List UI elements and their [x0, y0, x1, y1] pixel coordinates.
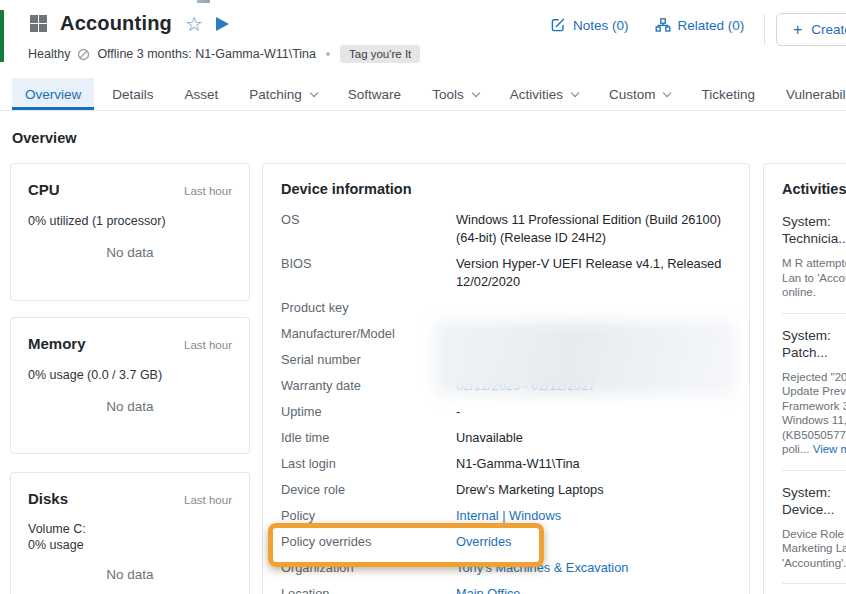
- device-tab-bar: Overview Details Asset Patching Software…: [0, 78, 846, 111]
- device-tag-chip[interactable]: Tag you're It: [340, 45, 420, 63]
- plus-icon: +: [793, 22, 802, 38]
- view-more-link[interactable]: View m...: [813, 443, 846, 455]
- tab-patching[interactable]: Patching: [236, 78, 330, 110]
- organization-link[interactable]: Tony's Machines & Excavation: [456, 559, 731, 577]
- activity-entry: System: Device... Device Role sMarketing…: [782, 484, 846, 571]
- tab-details[interactable]: Details: [99, 78, 166, 110]
- activities-title: Activities: [782, 181, 846, 197]
- redacted-blur-overlay: [435, 321, 735, 395]
- tab-activities[interactable]: Activities: [497, 78, 591, 110]
- chevron-down-icon: [471, 88, 479, 96]
- create-button[interactable]: + Create: [776, 13, 846, 46]
- device-overview-screen: Accounting ☆ Healthy Offline 3 months: N…: [0, 0, 846, 594]
- disks-card-title: Disks: [28, 490, 68, 507]
- policy-overrides-link[interactable]: Overrides: [456, 533, 731, 551]
- device-info-row-os: OSWindows 11 Professional Edition (Build…: [281, 211, 731, 247]
- device-info-row-organization: OrganizationTony's Machines & Excavation: [281, 559, 731, 577]
- device-info-row-policy-overrides: Policy overridesOverrides: [281, 533, 731, 551]
- run-play-button[interactable]: [216, 17, 229, 31]
- activities-panel: Activities System: Technicia... M R atte…: [763, 163, 846, 594]
- activity-separator: [782, 470, 846, 471]
- chevron-down-icon: [310, 88, 318, 96]
- tab-overview[interactable]: Overview: [12, 78, 94, 110]
- disks-volume-text: Volume C: 0% usage: [28, 521, 232, 553]
- health-status-bar: [0, 10, 4, 62]
- notes-button[interactable]: Notes (0): [550, 17, 629, 33]
- device-info-title: Device information: [263, 164, 749, 197]
- chevron-down-icon: [663, 88, 671, 96]
- device-info-row-location: LocationMain Office: [281, 585, 731, 594]
- separator-dot: [326, 52, 330, 56]
- policy-link[interactable]: Internal | Windows: [456, 507, 731, 525]
- offline-icon: [77, 48, 90, 61]
- device-info-row-last-login: Last loginN1-Gamma-W11\Tina: [281, 455, 731, 473]
- related-hierarchy-icon: [655, 17, 671, 33]
- device-information-panel: Device information OSWindows 11 Professi…: [262, 163, 750, 594]
- tab-software[interactable]: Software: [335, 78, 414, 110]
- create-label: Create: [811, 22, 846, 37]
- os-value: Windows 11 Professional Edition (Build 2…: [456, 211, 731, 247]
- activity-separator: [782, 313, 846, 314]
- favorite-star-icon[interactable]: ☆: [185, 14, 203, 34]
- activity-entry: System: Technicia... M R attempteLan to …: [782, 213, 846, 300]
- disks-metric-card: Disks Last hour Volume C: 0% usage No da…: [10, 472, 250, 594]
- tab-tools[interactable]: Tools: [419, 78, 492, 110]
- device-info-row-device-role: Device roleDrew's Marketing Laptops: [281, 481, 731, 499]
- related-label: Related (0): [678, 18, 745, 33]
- device-role-value: Drew's Marketing Laptops: [456, 481, 731, 499]
- device-info-row-bios: BIOSVersion Hyper-V UEFI Release v4.1, R…: [281, 255, 731, 291]
- memory-card-title: Memory: [28, 335, 86, 352]
- location-link[interactable]: Main Office: [456, 585, 731, 594]
- health-status-label: Healthy: [28, 47, 70, 61]
- tab-custom[interactable]: Custom: [596, 78, 684, 110]
- cpu-no-data-label: No data: [28, 245, 232, 260]
- notes-label: Notes (0): [573, 18, 629, 33]
- tab-ticketing[interactable]: Ticketing: [688, 78, 768, 110]
- cpu-metric-card: CPU Last hour 0% utilized (1 processor) …: [10, 163, 250, 301]
- idle-time-value: Unavailable: [456, 429, 731, 447]
- chevron-down-icon: [571, 88, 579, 96]
- tab-asset[interactable]: Asset: [172, 78, 232, 110]
- device-info-row-product-key: Product key: [281, 299, 731, 317]
- disks-period-label: Last hour: [184, 494, 232, 506]
- windows-os-icon: [30, 15, 47, 32]
- header-divider: [764, 14, 765, 45]
- device-info-row-idle-time: Idle timeUnavailable: [281, 429, 731, 447]
- memory-usage-text: 0% usage (0.0 / 3.7 GB): [28, 367, 232, 383]
- disks-no-data-label: No data: [28, 567, 232, 582]
- uptime-value: -: [456, 403, 731, 421]
- cpu-period-label: Last hour: [184, 185, 232, 197]
- page-section-title: Overview: [12, 130, 77, 146]
- last-login-value: N1-Gamma-W11\Tina: [456, 455, 731, 473]
- tab-vulnerabilities[interactable]: Vulnerabilities: [773, 78, 846, 110]
- device-info-row-uptime: Uptime-: [281, 403, 731, 421]
- notes-edit-icon: [550, 17, 566, 33]
- related-button[interactable]: Related (0): [655, 17, 745, 33]
- activity-entry: System: Patch... Rejected "20Update Prev…: [782, 327, 846, 457]
- cpu-usage-text: 0% utilized (1 processor): [28, 213, 232, 229]
- memory-period-label: Last hour: [184, 339, 232, 351]
- cpu-card-title: CPU: [28, 181, 60, 198]
- activity-separator: [782, 583, 846, 584]
- memory-metric-card: Memory Last hour 0% usage (0.0 / 3.7 GB)…: [10, 317, 250, 454]
- offline-status-text: Offline 3 months: N1-Gamma-W11\Tina: [97, 47, 316, 61]
- device-info-row-policy: PolicyInternal | Windows: [281, 507, 731, 525]
- screen-edge-artifact: [197, 0, 210, 3]
- memory-no-data-label: No data: [28, 399, 232, 414]
- device-name-title: Accounting: [60, 12, 172, 35]
- bios-value: Version Hyper-V UEFI Release v4.1, Relea…: [456, 255, 731, 291]
